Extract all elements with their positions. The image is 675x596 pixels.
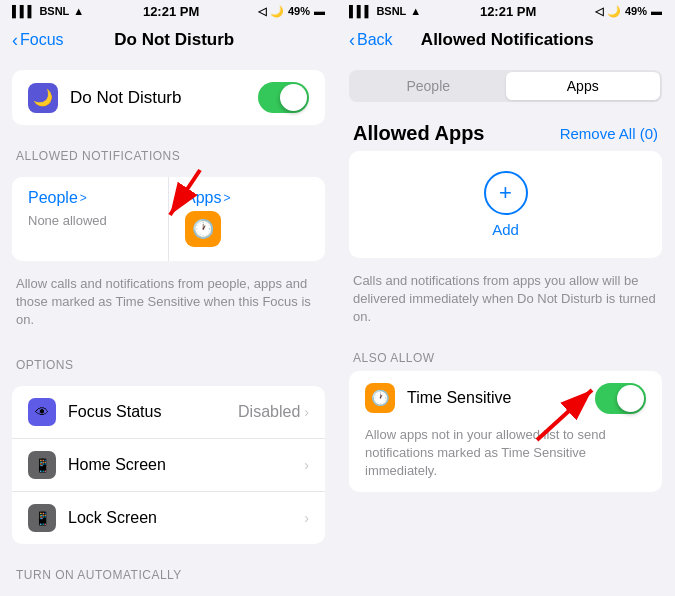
back-label-left: Focus [20, 31, 64, 49]
wifi-icon: ▲ [73, 5, 84, 17]
lock-screen-icon: 📱 [34, 510, 51, 526]
nav-bar-right: ‹ Back Allowed Notifications [337, 22, 674, 62]
people-sub: None allowed [28, 213, 107, 228]
lock-screen-row[interactable]: 📱 Lock Screen › [12, 492, 325, 544]
dnd-toggle-row[interactable]: 🌙 Do Not Disturb [12, 70, 325, 125]
app-icon-clock: 🕐 [185, 211, 221, 247]
back-button-right[interactable]: ‹ Back [349, 30, 393, 51]
location-icon-right: ◁ [595, 5, 603, 18]
clock-icon-dnd: 🕐 [192, 218, 214, 240]
apps-chevron: > [223, 191, 230, 205]
home-screen-chevron: › [304, 457, 309, 473]
focus-status-icon: 👁 [35, 404, 49, 420]
segment-apps[interactable]: Apps [506, 72, 661, 100]
add-card[interactable]: + Add [349, 151, 662, 258]
lock-screen-chevron: › [304, 510, 309, 526]
right-screen: ▌▌▌ BSNL ▲ 12:21 PM ◁ 🌙 49% ▬ ‹ Back All… [337, 0, 674, 596]
status-right-right: ◁ 🌙 49% ▬ [595, 5, 662, 18]
allowed-desc: Allow calls and notifications from peopl… [0, 269, 337, 342]
add-label: Add [492, 221, 519, 238]
moon-icon-right: 🌙 [607, 5, 621, 18]
signal-bars: ▌▌▌ [12, 5, 35, 17]
moon-icon: 🌙 [270, 5, 284, 18]
apps-label: Apps [185, 189, 221, 207]
allowed-apps-title: Allowed Apps [353, 122, 484, 145]
time-sensitive-icon-bg: 🕐 [365, 383, 395, 413]
status-bar-right: ▌▌▌ BSNL ▲ 12:21 PM ◁ 🌙 49% ▬ [337, 0, 674, 22]
battery-icon-right: ▬ [651, 5, 662, 17]
battery-left: 49% [288, 5, 310, 17]
back-chevron-left: ‹ [12, 30, 18, 51]
apps-item[interactable]: Apps > 🕐 [169, 177, 325, 261]
location-icon: ◁ [258, 5, 266, 18]
time-right: 12:21 PM [480, 4, 536, 19]
back-chevron-right: ‹ [349, 30, 355, 51]
dnd-label: Do Not Disturb [70, 88, 258, 108]
page-title-right: Allowed Notifications [393, 30, 622, 50]
remove-all-link[interactable]: Remove All (0) [560, 125, 658, 142]
allowed-notifications-card: People > None allowed Apps > 🕐 [12, 177, 325, 261]
content-left: 🌙 Do Not Disturb ALLOWED NOTIFICATIONS P… [0, 62, 337, 596]
carrier-right: BSNL [376, 5, 406, 17]
moon-dnd-icon: 🌙 [33, 88, 53, 107]
status-right: ◁ 🌙 49% ▬ [258, 5, 325, 18]
toggle-thumb-dnd [280, 84, 307, 111]
left-screen: ▌▌▌ BSNL ▲ 12:21 PM ◁ 🌙 49% ▬ ‹ Focus Do… [0, 0, 337, 596]
time-left: 12:21 PM [143, 4, 199, 19]
home-screen-icon-bg: 📱 [28, 451, 56, 479]
allowed-notifications-header: ALLOWED NOTIFICATIONS [0, 133, 337, 169]
back-button-left[interactable]: ‹ Focus [12, 30, 64, 51]
focus-status-label: Focus Status [68, 403, 238, 421]
focus-status-value: Disabled [238, 403, 300, 421]
page-title-left: Do Not Disturb [64, 30, 285, 50]
time-sensitive-label: Time Sensitive [407, 389, 595, 407]
back-label-right: Back [357, 31, 393, 49]
ts-desc: Allow apps not in your allowed list to s… [349, 426, 662, 493]
wifi-icon-right: ▲ [410, 5, 421, 17]
focus-status-row[interactable]: 👁 Focus Status Disabled › [12, 386, 325, 439]
focus-status-icon-bg: 👁 [28, 398, 56, 426]
options-header: OPTIONS [0, 342, 337, 378]
home-screen-icon: 📱 [34, 457, 51, 473]
people-chevron: > [80, 191, 87, 205]
status-left-right: ▌▌▌ BSNL ▲ [349, 5, 421, 17]
content-right: People Apps Allowed Apps Remove All (0) … [337, 62, 674, 596]
allowed-apps-title-row: Allowed Apps Remove All (0) [337, 110, 674, 151]
time-sensitive-row[interactable]: 🕐 Time Sensitive [349, 371, 662, 426]
lock-screen-icon-bg: 📱 [28, 504, 56, 532]
time-sensitive-card: 🕐 Time Sensitive Allow apps not in your … [349, 371, 662, 493]
home-screen-label: Home Screen [68, 456, 300, 474]
people-item[interactable]: People > None allowed [12, 177, 169, 261]
segment-control[interactable]: People Apps [349, 70, 662, 102]
carrier-left: BSNL [39, 5, 69, 17]
people-label: People [28, 189, 78, 207]
signal-bars-right: ▌▌▌ [349, 5, 372, 17]
status-left: ▌▌▌ BSNL ▲ [12, 5, 84, 17]
lock-screen-label: Lock Screen [68, 509, 300, 527]
add-plus-icon[interactable]: + [484, 171, 528, 215]
battery-icon-left: ▬ [314, 5, 325, 17]
options-card: 👁 Focus Status Disabled › 📱 Home Screen … [12, 386, 325, 544]
dnd-icon: 🌙 [28, 83, 58, 113]
focus-status-chevron: › [304, 404, 309, 420]
ts-toggle-thumb [617, 385, 644, 412]
status-bar-left: ▌▌▌ BSNL ▲ 12:21 PM ◁ 🌙 49% ▬ [0, 0, 337, 22]
dnd-toggle[interactable] [258, 82, 309, 113]
time-sensitive-toggle[interactable] [595, 383, 646, 414]
segment-people[interactable]: People [351, 72, 506, 100]
home-screen-row[interactable]: 📱 Home Screen › [12, 439, 325, 492]
plus-symbol: + [499, 180, 512, 206]
calls-desc: Calls and notifications from apps you al… [337, 266, 674, 339]
battery-right: 49% [625, 5, 647, 17]
people-apps-row: People > None allowed Apps > 🕐 [12, 177, 325, 261]
nav-bar-left: ‹ Focus Do Not Disturb [0, 22, 337, 62]
also-allow-header: ALSO ALLOW [337, 339, 674, 371]
turn-on-header: TURN ON AUTOMATICALLY [0, 552, 337, 588]
ts-icon: 🕐 [371, 389, 390, 407]
